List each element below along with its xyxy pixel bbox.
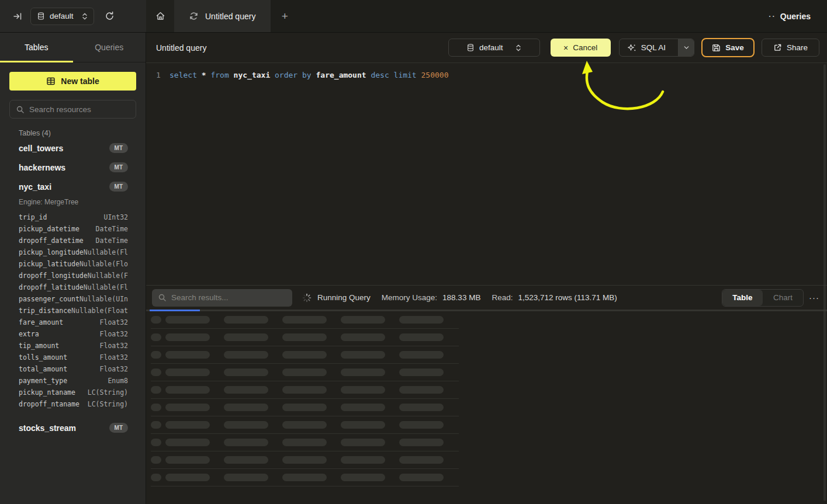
- query-running-icon: [189, 12, 198, 20]
- skeleton-cell: [151, 386, 161, 394]
- resource-search-input[interactable]: [29, 105, 130, 114]
- more-options-button[interactable]: ···: [809, 293, 819, 303]
- table-row[interactable]: stocks_streamMT: [19, 418, 128, 437]
- query-header: Untitled query default × Cancel: [146, 33, 827, 63]
- collapse-sidebar-button[interactable]: [13, 12, 22, 21]
- new-tab-button[interactable]: +: [271, 0, 299, 32]
- column-name: trip_distance: [19, 307, 71, 315]
- column-type: LC(String): [88, 388, 128, 397]
- refresh-icon: [105, 11, 115, 21]
- results-search-input[interactable]: [171, 293, 286, 302]
- main-panel: Untitled query default × Cancel: [146, 33, 827, 504]
- sql-ai-main[interactable]: SQL AI: [620, 39, 673, 56]
- column-name: extra: [19, 330, 39, 338]
- home-button[interactable]: [146, 0, 174, 32]
- memory-usage-value: 188.33 MB: [442, 293, 480, 302]
- column-list: trip_idUInt32pickup_datetimeDateTimedrop…: [19, 211, 128, 410]
- database-selector-value: default: [50, 12, 74, 20]
- skeleton-cell: [224, 421, 268, 429]
- column-name: pickup_longitude: [19, 248, 84, 256]
- sql-token: order: [275, 71, 302, 79]
- home-icon: [155, 11, 165, 21]
- cancel-button[interactable]: × Cancel: [551, 39, 611, 57]
- results-search: [152, 289, 292, 307]
- column-type: DateTime: [96, 237, 128, 245]
- sidebar-tabs: Tables Queries: [0, 33, 146, 62]
- table-row[interactable]: nyc_taxiMT: [19, 177, 128, 196]
- column-row: dropoff_longitudeNullable(F: [19, 270, 128, 281]
- sidebar-tab-tables[interactable]: Tables: [0, 33, 73, 62]
- skeleton-cell: [151, 351, 161, 359]
- skeleton-cell: [341, 421, 385, 429]
- column-row: trip_idUInt32: [19, 211, 128, 223]
- skeleton-cell: [282, 421, 327, 429]
- skeleton-row: [151, 451, 459, 469]
- sql-ai-button[interactable]: SQL AI: [619, 39, 694, 57]
- column-row: pickup_latitudeNullable(Flo: [19, 258, 128, 270]
- share-label: Share: [787, 43, 808, 52]
- column-type: Nullable(Flo: [79, 260, 128, 268]
- skeleton-row: [151, 381, 459, 399]
- column-name: pickup_datetime: [19, 225, 79, 233]
- active-tab-underline: [0, 61, 73, 62]
- sql-token: desc: [371, 71, 393, 79]
- tab-untitled-query[interactable]: Untitled query: [174, 0, 271, 32]
- sidebar: Tables Queries New table Tables (4) cell…: [0, 33, 146, 504]
- query-progress-bar: [146, 310, 827, 311]
- table-row[interactable]: cell_towersMT: [19, 138, 128, 158]
- new-table-button[interactable]: New table: [9, 72, 136, 91]
- sql-ai-label: SQL AI: [641, 43, 666, 52]
- skeleton-cell: [224, 351, 268, 359]
- column-type: Nullable(F: [88, 272, 128, 280]
- skeleton-cell: [282, 474, 327, 481]
- tab-strip: Untitled query +: [146, 0, 769, 32]
- sql-editor[interactable]: 1 select * from nyc_taxi order by fare_a…: [146, 63, 827, 81]
- skeleton-cell: [151, 421, 161, 429]
- skeleton-cell: [224, 474, 268, 481]
- share-button[interactable]: Share: [762, 39, 819, 57]
- memory-usage-label: Memory Usage:: [382, 293, 437, 302]
- column-name: trip_id: [19, 213, 47, 221]
- skeleton-table: [146, 311, 827, 486]
- queries-link-label: Queries: [780, 12, 811, 21]
- column-name: tip_amount: [19, 342, 59, 350]
- column-type: LC(String): [88, 400, 128, 408]
- view-toggle-chart[interactable]: Chart: [763, 290, 803, 306]
- sql-token: *: [202, 71, 211, 79]
- tables-section-label: Tables (4): [19, 129, 128, 137]
- skeleton-cell: [341, 439, 385, 446]
- view-toggle-table[interactable]: Table: [722, 290, 763, 306]
- column-name: tolls_amount: [19, 353, 67, 362]
- table-name: nyc_taxi: [19, 182, 51, 192]
- sidebar-tab-queries[interactable]: Queries: [73, 33, 146, 62]
- chevron-updown-icon: [82, 12, 88, 20]
- vertical-scrollbar[interactable]: [823, 64, 826, 501]
- skeleton-cell: [341, 456, 385, 464]
- queries-link[interactable]: ·· Queries: [769, 12, 811, 21]
- column-type: Nullable(UIn: [79, 295, 128, 303]
- column-name: pickup_ntaname: [19, 388, 75, 397]
- skeleton-cell: [151, 316, 161, 324]
- close-icon: ×: [563, 43, 568, 53]
- refresh-button[interactable]: [105, 11, 115, 21]
- line-number: 1: [156, 69, 169, 81]
- database-selector[interactable]: default: [30, 8, 94, 25]
- table-row[interactable]: hackernewsMT: [19, 158, 128, 177]
- skeleton-row: [151, 469, 459, 486]
- query-database-selector[interactable]: default: [448, 39, 540, 57]
- sql-ai-dropdown[interactable]: [678, 39, 694, 56]
- skeleton-row: [151, 346, 459, 364]
- skeleton-cell: [224, 333, 268, 341]
- sql-line: select * from nyc_taxi order by fare_amo…: [169, 69, 449, 81]
- skeleton-cell: [165, 404, 210, 411]
- skeleton-cell: [165, 421, 210, 429]
- save-button[interactable]: Save: [701, 38, 755, 57]
- column-row: dropoff_ntanameLC(String): [19, 398, 128, 410]
- column-row: payment_typeEnum8: [19, 375, 128, 387]
- skeleton-row: [151, 399, 459, 416]
- query-title: Untitled query: [156, 43, 206, 53]
- skeleton-row: [151, 416, 459, 434]
- skeleton-cell: [399, 439, 444, 446]
- sql-token: from: [210, 71, 233, 79]
- skeleton-cell: [165, 439, 210, 446]
